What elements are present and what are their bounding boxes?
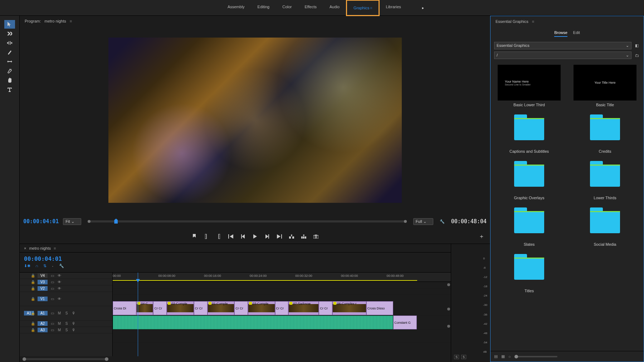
selection-tool[interactable] [4,20,15,29]
solo-toggle[interactable]: S [64,322,69,326]
pen-tool[interactable] [4,67,15,75]
track-lane-v1[interactable]: Cross Di04-CCr Cr02-CompleCr Cr01-Comple… [113,301,451,315]
transition-clip[interactable]: Cr Cr [153,301,167,315]
lock-icon[interactable]: 🔒 [30,287,35,290]
hand-tool[interactable] [4,76,15,84]
eg-item[interactable]: Lower Thirds [570,158,640,200]
workspace-tab-graphics[interactable]: Graphics≡ [346,0,379,16]
toggle-output-icon[interactable]: ▭ [50,322,55,326]
timeline-menu-icon[interactable]: ≡ [54,246,55,250]
mute-toggle[interactable]: M [57,328,62,332]
video-clip[interactable]: 03-Comple [248,301,275,315]
eg-grid-view-icon[interactable]: ▦ [501,354,505,359]
workspace-tab-libraries[interactable]: Libraries [380,0,408,16]
toggle-output-icon[interactable]: ▭ [50,297,55,301]
program-video-area[interactable] [20,26,490,214]
transition-clip[interactable]: Cr Cr [194,301,208,315]
lock-icon[interactable]: 🔒 [30,311,35,315]
track-select-forward-tool[interactable] [4,29,15,38]
workspace-tab-color[interactable]: Color [276,0,298,16]
video-clip[interactable]: 02-Comple [167,301,194,315]
lock-icon[interactable]: 🔒 [30,328,35,332]
transition-clip[interactable]: Cross Disso [366,301,394,315]
program-current-time[interactable]: 00:00:04:01 [23,218,59,225]
video-clip[interactable]: 07-Sadovoe [288,301,319,315]
video-track-header-v1[interactable]: 🔒V1▭👁 [20,292,112,306]
track-lane-a2[interactable] [113,330,451,336]
track-label[interactable]: A1 [38,311,48,315]
toggle-output-icon[interactable]: ▭ [50,328,55,332]
export-frame-button[interactable] [313,234,319,239]
audio-track-header-a1[interactable]: A1🔒A1▭MS🎙 [20,306,112,321]
eg-item[interactable]: Graphic Overlays [494,158,564,200]
video-track-header-v3[interactable]: 🔒V3▭👁 [20,279,112,285]
lock-icon[interactable]: 🔒 [30,322,35,326]
eg-library-select[interactable]: Essential Graphics⌄ [494,42,631,49]
go-to-out-button[interactable] [277,234,282,239]
workspace-tab-menu-icon[interactable]: ≡ [370,6,372,10]
eg-item[interactable]: Your Name HereSecond Line Is SmallerBasi… [494,65,564,107]
video-track-header-v2[interactable]: 🔒V2▭👁 [20,285,112,292]
step-forward-button[interactable] [264,234,270,239]
track-lane-v3[interactable] [113,288,451,295]
scrubber-playhead[interactable] [114,219,118,224]
audio-transition[interactable]: Constant G [393,315,417,329]
go-to-in-button[interactable] [228,234,234,239]
track-label[interactable]: V1 [38,297,48,301]
eg-panel-menu-icon[interactable]: ≡ [532,19,534,24]
quality-select[interactable]: Full ⌄ [413,218,433,225]
video-clip[interactable]: 06-Complex r [332,301,366,315]
razor-tool[interactable] [4,48,15,57]
video-track-header-v4[interactable]: 🔒V4▭👁 [20,273,112,279]
transition-clip[interactable]: Cross Di [113,301,136,315]
track-label[interactable]: A2 [38,321,48,326]
add-marker-button[interactable] [191,234,197,239]
timeline-ruler[interactable]: 00:0000:00:08:0000:00:16:0000:00:24:0000… [113,273,451,282]
mark-out-button[interactable] [216,234,221,239]
eye-icon[interactable]: 👁 [57,280,62,284]
eg-item[interactable]: Slates [494,204,564,246]
voiceover-icon[interactable]: 🎙 [71,311,76,315]
voiceover-icon[interactable]: 🎙 [71,328,76,332]
audio-clip[interactable] [113,315,393,329]
video-clip[interactable]: 01-Comple [208,301,235,315]
track-lane-v2[interactable] [113,295,451,301]
eg-path-select[interactable]: /⌄ [494,52,631,59]
workspace-tab-audio[interactable]: Audio [323,0,346,16]
snap-toggle[interactable]: ∩ [35,264,38,268]
eg-list-view-icon[interactable]: ▤ [494,354,498,359]
zoom-fit-select[interactable]: Fit ⌄ [63,218,81,225]
lift-button[interactable] [289,234,294,239]
eg-new-item-icon[interactable]: ◧ [634,43,640,49]
video-clip[interactable]: 04-C [136,301,153,315]
workspace-tab-effects[interactable]: Effects [298,0,323,16]
mute-toggle[interactable]: M [57,311,62,315]
eg-tab-browse[interactable]: Browse [554,30,567,37]
solo-toggle[interactable]: S [64,328,69,332]
track-label[interactable]: V2 [38,286,48,291]
linked-selection-toggle[interactable]: ⇅ [43,264,47,268]
track-label[interactable]: V4 [38,273,48,278]
lock-icon[interactable]: 🔒 [30,280,35,284]
eye-icon[interactable]: 👁 [57,297,62,301]
eg-item[interactable]: Credits [570,111,640,153]
eg-tab-edit[interactable]: Edit [573,30,580,37]
timeline-sequence-name[interactable]: metro nights [29,246,51,250]
marker-add-icon[interactable]: ⬪ [52,264,54,268]
track-lane-a3[interactable] [113,336,451,343]
workspace-tab-assembly[interactable]: Assembly [221,0,251,16]
insert-overwrite-toggle[interactable]: ⬇✱ [24,264,30,268]
extract-button[interactable] [301,234,307,239]
eg-thumb-size-slider[interactable] [514,356,557,357]
eye-icon[interactable]: 👁 [57,287,62,290]
eg-item[interactable]: Your Title HereBasic Title [570,65,640,107]
lock-icon[interactable]: 🔒 [30,297,35,301]
toggle-output-icon[interactable]: ▭ [50,280,55,284]
slip-tool[interactable] [4,57,15,66]
toggle-output-icon[interactable]: ▭ [50,274,55,278]
solo-toggle[interactable]: S [64,311,69,315]
track-label[interactable]: A3 [38,328,48,332]
track-lane-v4[interactable] [113,282,451,288]
eg-sort-icon[interactable]: ○ [508,354,511,359]
type-tool[interactable] [4,85,15,94]
